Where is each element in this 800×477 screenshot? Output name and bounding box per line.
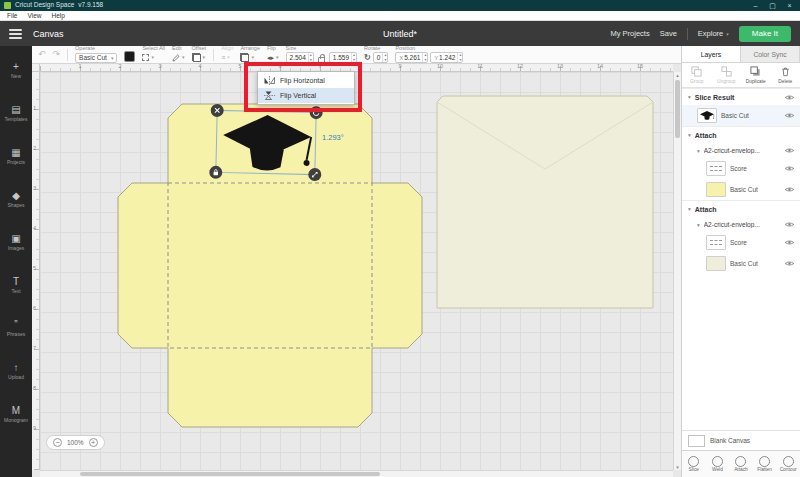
selection-box[interactable] [215, 110, 316, 175]
sidebar-item-text[interactable]: TText [0, 264, 32, 307]
slice-button[interactable]: Slice [682, 451, 706, 477]
slice-icon [688, 456, 699, 467]
blank-canvas-row[interactable]: Blank Canvas [682, 430, 800, 450]
edit-label: Edit [172, 46, 185, 52]
group-button[interactable]: Group [682, 66, 712, 84]
zoom-control: − 100% + [46, 435, 105, 450]
flip-dropdown-button[interactable]: ◂▸▾ [267, 53, 279, 63]
chevron-down-icon[interactable]: ▾ [688, 94, 691, 100]
visibility-eye-icon[interactable] [784, 260, 795, 267]
save-link[interactable]: Save [660, 29, 677, 38]
color-swatch[interactable] [124, 51, 135, 62]
visibility-eye-icon[interactable] [784, 239, 795, 246]
scrollbar-thumb[interactable] [675, 80, 680, 138]
scrollbar-thumb[interactable] [80, 472, 380, 476]
sidebar-item-phrases[interactable]: ”Phrases [0, 307, 32, 350]
chevron-down-icon[interactable]: ▾ [697, 148, 700, 154]
menu-item-flip-vertical[interactable]: Flip Vertical [258, 88, 354, 103]
rotate-input[interactable]: 0▴▾ [373, 52, 389, 63]
layer-row[interactable]: Score [682, 158, 800, 179]
sidebar-item-upload[interactable]: ↑Upload [0, 350, 32, 393]
close-icon[interactable]: × [783, 0, 796, 11]
ruler-number: 12 [512, 64, 528, 70]
edit-dropdown[interactable]: ▾ [172, 53, 185, 63]
scroll-up-icon[interactable]: ▴ [674, 72, 681, 78]
menu-item-flip-horizontal[interactable]: Flip Horizontal [258, 73, 354, 88]
layer-row[interactable]: Basic Cut [682, 179, 800, 200]
offset-dropdown[interactable]: ▾ [192, 53, 207, 63]
canvas-viewport[interactable]: 1.293° − 100% + [40, 72, 673, 470]
attach-button[interactable]: Attach [729, 451, 753, 477]
explore-label: Explore [698, 29, 723, 38]
layer-thumbnail [697, 108, 717, 123]
make-it-button[interactable]: Make It [739, 26, 791, 42]
weld-button[interactable]: Weld [706, 451, 730, 477]
width-input[interactable]: 2.504▴▾ [286, 52, 314, 63]
select-all-button[interactable]: ▾ [142, 53, 165, 63]
minimize-icon[interactable]: – [749, 0, 762, 11]
sidebar-item-projects[interactable]: ▦Projects [0, 135, 32, 178]
position-x-input[interactable]: X5.261▴▾ [395, 52, 428, 63]
layer-group-row[interactable]: ▾Attach [682, 126, 800, 143]
height-input[interactable]: 1.559▴▾ [329, 52, 357, 63]
ruler-number: 5 [33, 266, 36, 272]
sidebar-item-shapes[interactable]: ◆Shapes [0, 178, 32, 221]
y-label: Y [434, 55, 438, 61]
lock-aspect-icon[interactable] [318, 57, 325, 63]
sidebar-item-label: Upload [8, 375, 24, 380]
explore-dropdown[interactable]: Explore▾ [698, 29, 729, 38]
sidebar-item-monogram[interactable]: MMonogram [0, 393, 32, 436]
delete-button[interactable]: Delete [771, 66, 800, 84]
visibility-eye-icon[interactable] [784, 165, 795, 172]
menu-view[interactable]: View [22, 11, 46, 21]
menu-file[interactable]: File [2, 11, 22, 21]
vertical-scrollbar[interactable]: ▴ ▾ [673, 72, 681, 470]
undo-icon[interactable]: ↶ [38, 50, 46, 59]
operate-dropdown[interactable]: Basic Cut▾ [75, 53, 117, 63]
my-projects-link[interactable]: My Projects [611, 29, 650, 38]
graduation-cap-image[interactable] [216, 160, 316, 179]
layer-group-row[interactable]: ▾Attach [682, 200, 800, 217]
hamburger-menu-icon[interactable] [9, 27, 22, 41]
visibility-eye-icon[interactable] [784, 147, 795, 154]
ruler-number: 2 [112, 64, 128, 70]
visibility-eye-icon[interactable] [784, 94, 795, 101]
layer-row[interactable]: Basic Cut [682, 105, 800, 126]
contour-button[interactable]: Contour [776, 451, 800, 477]
rotate-icon[interactable]: ↻ [364, 54, 371, 62]
sidebar-item-new[interactable]: +New [0, 49, 32, 92]
tab-color-sync[interactable]: Color Sync [741, 46, 800, 62]
layer-group-row[interactable]: ▾Slice Result [682, 88, 800, 105]
horizontal-scrollbar[interactable] [40, 470, 673, 477]
menu-help[interactable]: Help [46, 11, 69, 21]
duplicate-button[interactable]: Duplicate [741, 66, 771, 84]
sidebar: +New▤Templates▦Projects◆Shapes▣ImagesTTe… [0, 46, 32, 477]
layer-row[interactable]: Basic Cut [682, 253, 800, 274]
position-y-input[interactable]: Y1.242▴▾ [430, 52, 463, 63]
visibility-eye-icon[interactable] [784, 112, 795, 119]
ruler-number: 11 [472, 64, 488, 70]
tab-layers[interactable]: Layers [682, 46, 741, 62]
visibility-eye-icon[interactable] [784, 221, 795, 228]
action-label: Duplicate [746, 79, 766, 84]
ungroup-button[interactable]: Ungroup [712, 66, 742, 84]
sidebar-item-images[interactable]: ▣Images [0, 221, 32, 264]
redo-icon[interactable]: ↷ [53, 50, 61, 59]
text-icon: T [13, 277, 19, 287]
zoom-in-icon[interactable]: + [89, 438, 98, 447]
zoom-out-icon[interactable]: − [53, 438, 62, 447]
chevron-down-icon[interactable]: ▾ [688, 206, 691, 212]
layer-group-row[interactable]: ▾A2-cricut-envelop... [682, 143, 800, 158]
arrange-dropdown[interactable]: ▾ [240, 53, 260, 63]
document-title[interactable]: Untitled* [383, 29, 417, 39]
chevron-down-icon[interactable]: ▾ [697, 222, 700, 228]
visibility-eye-icon[interactable] [784, 186, 795, 193]
plus-icon: + [13, 62, 19, 72]
flatten-button[interactable]: Flatten [753, 451, 777, 477]
scroll-down-icon[interactable]: ▾ [674, 464, 681, 470]
sidebar-item-templates[interactable]: ▤Templates [0, 92, 32, 135]
maximize-icon[interactable]: ▢ [766, 0, 779, 11]
chevron-down-icon[interactable]: ▾ [688, 132, 691, 138]
layer-group-row[interactable]: ▾A2-cricut-envelop... [682, 217, 800, 232]
layer-row[interactable]: Score [682, 232, 800, 253]
